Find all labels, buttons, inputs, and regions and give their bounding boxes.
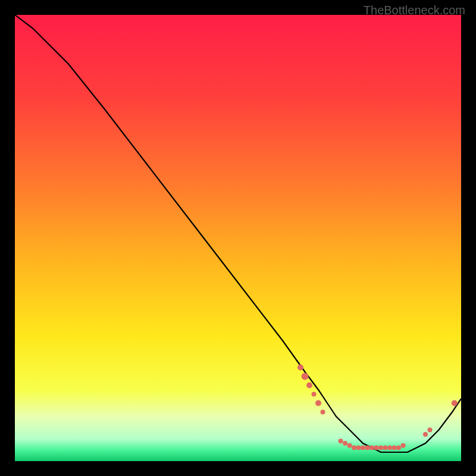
marker-point — [365, 446, 370, 450]
marker-point — [392, 446, 397, 450]
watermark-text: TheBottleneck.com — [364, 4, 465, 17]
marker-point — [361, 446, 365, 450]
marker-point — [374, 446, 379, 450]
marker-point — [401, 443, 406, 448]
marker-point — [452, 400, 458, 406]
marker-point — [321, 410, 325, 415]
marker-point — [306, 383, 312, 389]
marker-point — [352, 446, 356, 450]
curve-layer — [15, 15, 461, 461]
marker-point — [396, 446, 401, 450]
marker-point — [387, 446, 392, 450]
chart-container: TheBottleneck.com — [0, 0, 476, 476]
marker-point — [339, 439, 343, 443]
marker-point — [312, 392, 317, 397]
marker-point — [428, 428, 433, 433]
marker-point — [302, 373, 309, 380]
marker-point — [423, 432, 428, 437]
marker-point — [378, 446, 383, 450]
highlight-markers — [298, 365, 458, 450]
marker-point — [315, 400, 321, 406]
marker-point — [369, 446, 374, 450]
marker-point — [343, 441, 347, 446]
marker-point — [298, 365, 303, 371]
plot-area — [15, 15, 461, 461]
bottleneck-curve — [15, 15, 461, 452]
marker-point — [347, 443, 352, 448]
marker-point — [383, 446, 388, 450]
marker-point — [356, 446, 361, 450]
